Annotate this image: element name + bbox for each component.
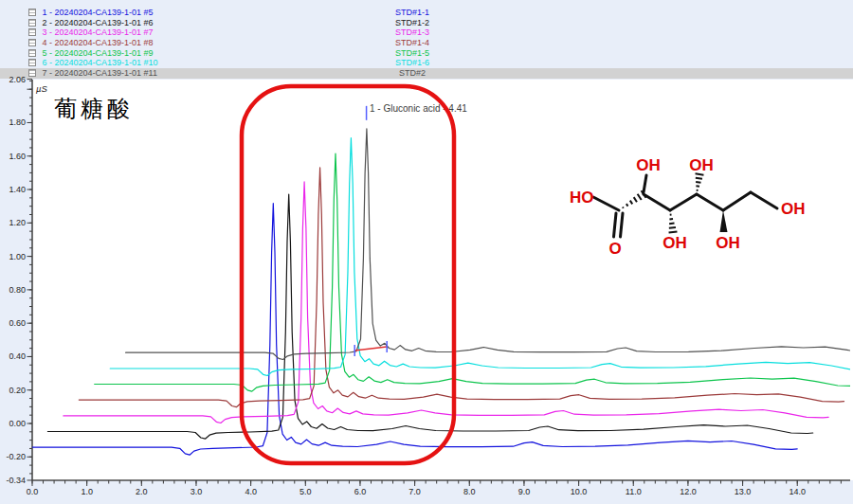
y-tick-label: 0.80 <box>9 285 26 295</box>
x-tick-label: 0.0 <box>27 487 39 496</box>
y-tick-label: 1.40 <box>9 185 26 194</box>
y-tick-label: 1.20 <box>9 218 26 227</box>
x-tick-label: 9.0 <box>518 487 531 496</box>
x-tick-label: 13.0 <box>735 487 752 496</box>
x-tick-label: 2.0 <box>136 487 148 496</box>
atom-label-oh-c6: OH <box>781 200 806 218</box>
y-tick-label: 1.60 <box>9 152 26 161</box>
x-tick-label: 10.0 <box>571 487 588 496</box>
atom-label-oh-c3: OH <box>662 234 687 252</box>
chromatogram-plot: 0.01.02.03.04.05.06.07.08.09.010.011.012… <box>0 0 853 504</box>
atom-label-oh-c2: OH <box>636 156 661 174</box>
atom-label-oh-c4: OH <box>689 156 714 174</box>
x-tick-label: 7.0 <box>408 487 421 496</box>
y-tick-label: -0.34 <box>6 476 26 485</box>
chromatography-window: 1 - 20240204-CA139-1-01 #5 STD#1-1 2 - 2… <box>0 0 853 504</box>
x-tick-label: 1.0 <box>81 487 93 496</box>
y-tick-label: -0.20 <box>6 452 26 461</box>
x-tick-label: 12.0 <box>680 487 697 496</box>
y-tick-label: 0.40 <box>9 351 26 361</box>
compound-name-cjk: 葡糖酸 <box>54 96 134 121</box>
y-tick-label: 2.06 <box>9 75 26 84</box>
x-tick-label: 5.0 <box>299 487 312 496</box>
x-tick-label: 14.0 <box>789 487 806 496</box>
y-tick-label: 1.80 <box>9 117 26 127</box>
y-axis-unit: µS <box>36 83 47 94</box>
x-tick-label: 3.0 <box>191 487 203 496</box>
x-tick-label: 11.0 <box>626 487 642 496</box>
y-tick-label: 0.00 <box>9 419 26 428</box>
plot-background[interactable] <box>32 80 853 480</box>
y-tick-label: 1.00 <box>9 252 26 261</box>
y-tick-label: 0.20 <box>9 386 26 395</box>
peak-label: 1 - Gluconic acid - 4.41 <box>370 103 467 114</box>
x-tick-label: 4.0 <box>245 487 257 496</box>
x-tick-label: 8.0 <box>463 487 476 496</box>
x-tick-label: 6.0 <box>354 487 367 496</box>
atom-label-ho: HO <box>570 189 594 207</box>
atom-label-oh-c5: OH <box>716 234 740 252</box>
y-tick-label: 0.60 <box>9 318 26 328</box>
atom-label-carbonyl-o: O <box>608 240 621 258</box>
